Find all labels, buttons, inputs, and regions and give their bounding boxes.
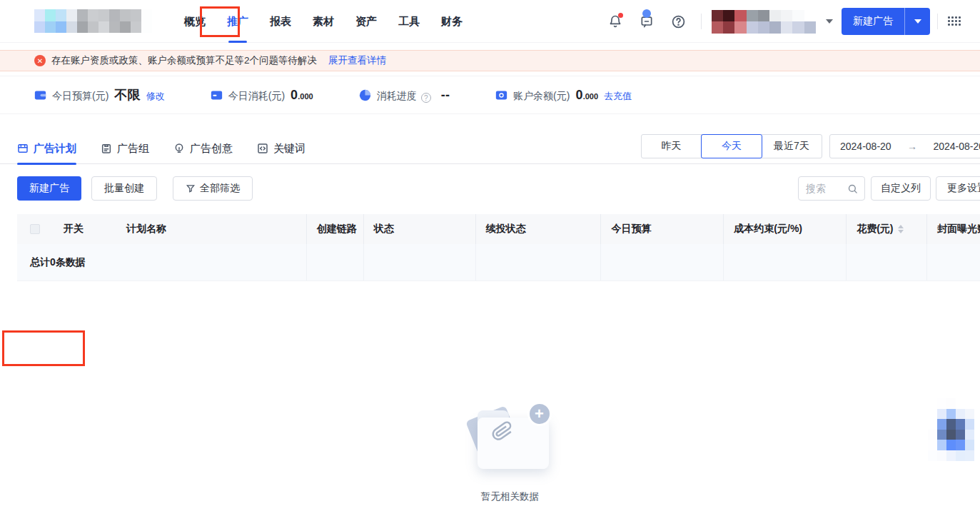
search-icon[interactable] <box>847 183 858 194</box>
table-header-row: 开关 计划名称 创建链路 状态 续投状态 今日预算 成本约束(元/%) 花费(元… <box>17 214 980 244</box>
table-toolbar: 新建广告 批量创建 全部筛选 自定义列 更多设置 <box>0 176 980 201</box>
plan-icon <box>17 143 29 154</box>
search-input[interactable] <box>806 183 847 194</box>
account-chevron-down-icon[interactable] <box>826 19 833 24</box>
stat-label: 今日消耗(元) <box>228 90 285 103</box>
column-header-resume-status: 续投状态 <box>476 214 602 244</box>
nav-item-finance[interactable]: 财务 <box>430 0 473 43</box>
select-all-checkbox[interactable] <box>30 224 40 234</box>
column-header-switch: 开关 <box>54 214 116 244</box>
table-summary-row: 总计0条数据 <box>17 244 980 281</box>
alert-message: 存在账户资质或政策、账户余额或预算不足等2个问题等待解决 <box>51 54 317 67</box>
nav-item-tools[interactable]: 工具 <box>388 0 430 43</box>
platform-logo-blurred <box>34 9 152 33</box>
nav-item-materials[interactable]: 素材 <box>302 0 345 43</box>
modify-budget-link[interactable]: 修改 <box>146 90 165 103</box>
balance-icon <box>495 89 507 101</box>
empty-state: + 暂无相关数据 <box>20 402 980 503</box>
column-header-daily-budget: 今日预算 <box>601 214 724 244</box>
recharge-link[interactable]: 去充值 <box>604 90 632 103</box>
service-avatar-bubble <box>642 9 651 18</box>
column-header-spend[interactable]: 花费(元) <box>847 214 927 244</box>
tab-ad-plans[interactable]: 广告计划 <box>17 133 76 164</box>
empty-state-text: 暂无相关数据 <box>481 490 539 503</box>
stat-daily-budget: 今日预算(元) 不限 修改 <box>34 86 165 103</box>
stat-account-balance: 账户余额(元) 0.000 去充值 <box>495 88 632 103</box>
create-ad-dropdown-arrow[interactable] <box>904 8 930 35</box>
date-range-start: 2024-08-20 <box>840 141 891 152</box>
annotation-box-create-ad-button <box>2 330 85 366</box>
lightbulb-icon <box>173 143 185 154</box>
tab-label: 广告计划 <box>34 142 76 156</box>
batch-create-button[interactable]: 批量创建 <box>91 176 157 201</box>
account-stats-bar: 今日预算(元) 不限 修改 今日消耗(元) 0.000 消耗进度 ? -- 账户… <box>0 76 980 114</box>
nav-item-promotion[interactable]: 推广 <box>216 0 259 43</box>
create-ad-split-button: 新建广告 <box>842 8 930 35</box>
column-header-plan-name: 计划名称 <box>116 214 307 244</box>
date-preset-yesterday[interactable]: 昨天 <box>642 135 702 158</box>
nav-item-overview[interactable]: 概览 <box>173 0 216 43</box>
plus-badge-icon: + <box>527 402 552 426</box>
stat-value: 0 <box>575 88 582 103</box>
custom-columns-button[interactable]: 自定义列 <box>871 176 931 201</box>
stat-daily-spend: 今日消耗(元) 0.000 <box>211 88 313 103</box>
ads-manager-page: 概览 推广 报表 素材 资产 工具 财务 <box>0 0 980 526</box>
entity-tabs-row: 广告计划 广告组 广告创意 关键词 昨天 <box>0 133 980 164</box>
create-ad-button-top[interactable]: 新建广告 <box>842 8 904 35</box>
stat-label: 今日预算(元) <box>52 90 108 103</box>
account-name-blurred[interactable] <box>712 10 816 34</box>
sort-icon[interactable] <box>898 225 904 233</box>
nav-item-reports[interactable]: 报表 <box>259 0 302 43</box>
column-header-status: 状态 <box>364 214 476 244</box>
create-ad-button[interactable]: 新建广告 <box>17 176 81 201</box>
stat-value: 不限 <box>114 86 140 103</box>
tab-keywords[interactable]: 关键词 <box>257 133 305 164</box>
notification-badge-dot <box>618 13 623 18</box>
customer-service-icon[interactable] <box>639 14 655 29</box>
date-preset-last7days[interactable]: 最近7天 <box>762 135 822 158</box>
notification-bell-icon[interactable] <box>607 14 623 29</box>
stat-value: 0 <box>291 88 298 103</box>
clipboard-icon <box>101 143 112 154</box>
stat-spend-progress: 消耗进度 ? -- <box>359 88 450 103</box>
more-settings-button[interactable]: 更多设置 <box>936 176 980 201</box>
search-box <box>798 176 865 201</box>
help-icon[interactable] <box>670 14 686 29</box>
budget-wallet-icon <box>34 89 46 101</box>
floating-widget-blurred[interactable] <box>928 398 974 461</box>
stat-value-decimals: .000 <box>298 92 313 101</box>
spend-card-icon <box>211 89 223 101</box>
column-header-cost-constraint: 成本约束(元/%) <box>724 214 847 244</box>
column-header-creation-link: 创建链路 <box>307 214 364 244</box>
account-issues-alert: ✕ 存在账户资质或政策、账户余额或预算不足等2个问题等待解决 展开查看详情 <box>0 50 980 71</box>
divider <box>701 14 702 29</box>
tab-ad-groups[interactable]: 广告组 <box>101 133 149 164</box>
paperclip-icon <box>490 419 515 444</box>
code-brackets-icon <box>257 143 268 154</box>
error-circle-icon: ✕ <box>34 55 46 66</box>
tab-ad-creatives[interactable]: 广告创意 <box>173 133 233 164</box>
date-preset-today[interactable]: 今天 <box>701 134 762 158</box>
alert-expand-details-link[interactable]: 展开查看详情 <box>328 54 386 67</box>
tab-label: 关键词 <box>273 142 305 156</box>
tab-label: 广告创意 <box>190 142 233 156</box>
date-range-picker[interactable]: 2024-08-20 → 2024-08-20 <box>829 134 980 158</box>
stat-value: -- <box>441 88 450 103</box>
empty-folder-icon: + <box>468 402 553 475</box>
column-header-cover-exposure: 封面曝光数 <box>927 214 980 244</box>
date-preset-group: 昨天 今天 最近7天 <box>641 134 822 158</box>
stat-value-decimals: .000 <box>583 92 598 101</box>
spend-header-label: 花费(元) <box>857 223 893 236</box>
stat-label: 消耗进度 <box>377 90 417 103</box>
progress-help-icon[interactable]: ? <box>421 93 431 103</box>
plans-table: 开关 计划名称 创建链路 状态 续投状态 今日预算 成本约束(元/%) 花费(元… <box>0 214 980 281</box>
nav-item-assets[interactable]: 资产 <box>345 0 388 43</box>
filter-all-button[interactable]: 全部筛选 <box>173 176 253 201</box>
top-right-actions: 新建广告 <box>600 0 980 43</box>
chevron-down-icon <box>914 19 921 24</box>
date-range-arrow-icon: → <box>907 141 917 152</box>
apps-grid-icon[interactable] <box>948 16 961 26</box>
filter-funnel-icon <box>186 183 196 193</box>
main-nav: 概览 推广 报表 素材 资产 工具 财务 <box>173 0 473 43</box>
date-range-end: 2024-08-20 <box>933 141 980 152</box>
